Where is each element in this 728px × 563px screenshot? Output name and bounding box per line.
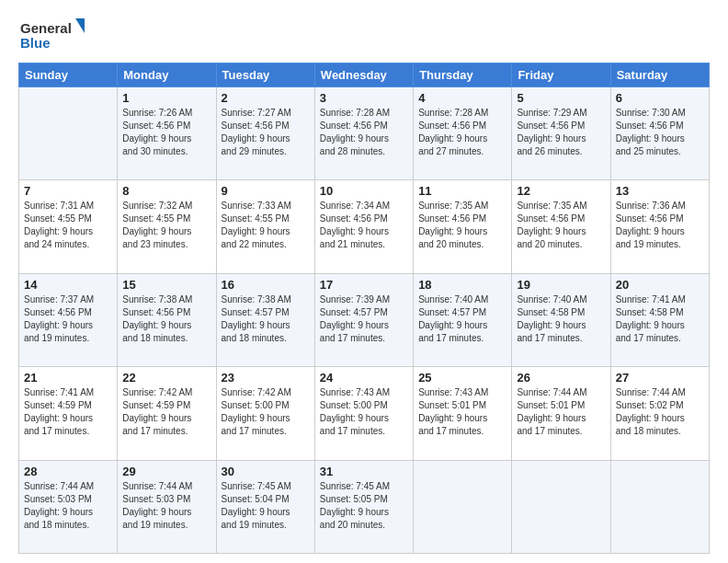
calendar-table: Sunday Monday Tuesday Wednesday Thursday… (18, 63, 710, 554)
day-info: Sunrise: 7:44 AMSunset: 5:01 PMDaylight:… (517, 386, 605, 438)
table-row: 3Sunrise: 7:28 AMSunset: 4:56 PMDaylight… (314, 87, 413, 180)
table-row: 20Sunrise: 7:41 AMSunset: 4:58 PMDayligh… (610, 273, 709, 366)
table-row: 27Sunrise: 7:44 AMSunset: 5:02 PMDayligh… (610, 367, 709, 460)
day-info: Sunrise: 7:30 AMSunset: 4:56 PMDaylight:… (616, 107, 704, 158)
col-tuesday: Tuesday (216, 63, 314, 87)
table-row: 14Sunrise: 7:37 AMSunset: 4:56 PMDayligh… (19, 273, 118, 366)
day-info: Sunrise: 7:28 AMSunset: 4:56 PMDaylight:… (418, 107, 506, 158)
day-number: 8 (122, 184, 210, 198)
day-number: 28 (24, 465, 112, 478)
calendar-header-row: Sunday Monday Tuesday Wednesday Thursday… (19, 63, 710, 87)
table-row: 11Sunrise: 7:35 AMSunset: 4:56 PMDayligh… (414, 180, 512, 273)
day-info: Sunrise: 7:38 AMSunset: 4:56 PMDaylight:… (122, 293, 210, 345)
day-info: Sunrise: 7:43 AMSunset: 5:00 PMDaylight:… (320, 386, 408, 438)
day-number: 13 (616, 184, 704, 198)
table-row: 21Sunrise: 7:41 AMSunset: 4:59 PMDayligh… (19, 367, 118, 460)
day-number: 4 (418, 91, 506, 105)
day-info: Sunrise: 7:31 AMSunset: 4:55 PMDaylight:… (24, 200, 112, 251)
table-row: 29Sunrise: 7:44 AMSunset: 5:03 PMDayligh… (118, 460, 216, 553)
day-number: 30 (222, 465, 310, 478)
day-number: 19 (517, 278, 605, 292)
table-row: 13Sunrise: 7:36 AMSunset: 4:56 PMDayligh… (610, 180, 709, 273)
table-row: 16Sunrise: 7:38 AMSunset: 4:57 PMDayligh… (216, 273, 314, 366)
day-number: 24 (320, 371, 408, 385)
table-row: 9Sunrise: 7:33 AMSunset: 4:55 PMDaylight… (216, 180, 314, 273)
day-info: Sunrise: 7:45 AMSunset: 5:05 PMDaylight:… (320, 480, 408, 532)
calendar-week-row: 28Sunrise: 7:44 AMSunset: 5:03 PMDayligh… (19, 460, 710, 553)
table-row: 22Sunrise: 7:42 AMSunset: 4:59 PMDayligh… (118, 367, 216, 460)
day-number: 22 (122, 371, 210, 385)
header: GeneralBlue (18, 17, 710, 53)
table-row: 7Sunrise: 7:31 AMSunset: 4:55 PMDaylight… (19, 180, 118, 273)
day-number: 7 (24, 184, 112, 198)
table-row (610, 460, 709, 553)
table-row: 18Sunrise: 7:40 AMSunset: 4:57 PMDayligh… (414, 273, 512, 366)
day-number: 5 (517, 91, 605, 105)
page: GeneralBlue Sunday Monday Tuesday Wednes… (0, 0, 728, 563)
day-info: Sunrise: 7:28 AMSunset: 4:56 PMDaylight:… (320, 107, 408, 158)
day-info: Sunrise: 7:44 AMSunset: 5:03 PMDaylight:… (122, 480, 210, 532)
table-row (512, 460, 610, 553)
day-number: 27 (616, 371, 704, 385)
col-thursday: Thursday (414, 63, 512, 87)
table-row: 24Sunrise: 7:43 AMSunset: 5:00 PMDayligh… (314, 367, 413, 460)
day-number: 29 (122, 465, 210, 478)
table-row: 10Sunrise: 7:34 AMSunset: 4:56 PMDayligh… (314, 180, 413, 273)
table-row: 2Sunrise: 7:27 AMSunset: 4:56 PMDaylight… (216, 87, 314, 180)
table-row: 25Sunrise: 7:43 AMSunset: 5:01 PMDayligh… (414, 367, 512, 460)
table-row: 31Sunrise: 7:45 AMSunset: 5:05 PMDayligh… (314, 460, 413, 553)
day-info: Sunrise: 7:32 AMSunset: 4:55 PMDaylight:… (122, 200, 210, 251)
day-number: 20 (616, 278, 704, 292)
day-info: Sunrise: 7:40 AMSunset: 4:57 PMDaylight:… (418, 293, 506, 345)
day-number: 14 (24, 278, 112, 292)
col-friday: Friday (512, 63, 610, 87)
table-row: 4Sunrise: 7:28 AMSunset: 4:56 PMDaylight… (414, 87, 512, 180)
day-info: Sunrise: 7:29 AMSunset: 4:56 PMDaylight:… (517, 107, 605, 158)
table-row: 8Sunrise: 7:32 AMSunset: 4:55 PMDaylight… (118, 180, 216, 273)
day-number: 18 (418, 278, 506, 292)
table-row (19, 87, 118, 180)
day-number: 11 (418, 184, 506, 198)
day-info: Sunrise: 7:39 AMSunset: 4:57 PMDaylight:… (320, 293, 408, 345)
table-row: 12Sunrise: 7:35 AMSunset: 4:56 PMDayligh… (512, 180, 610, 273)
day-info: Sunrise: 7:38 AMSunset: 4:57 PMDaylight:… (222, 293, 310, 345)
day-info: Sunrise: 7:43 AMSunset: 5:01 PMDaylight:… (418, 386, 506, 438)
day-info: Sunrise: 7:33 AMSunset: 4:55 PMDaylight:… (222, 200, 310, 251)
day-info: Sunrise: 7:26 AMSunset: 4:56 PMDaylight:… (122, 107, 210, 158)
col-monday: Monday (118, 63, 216, 87)
day-info: Sunrise: 7:34 AMSunset: 4:56 PMDaylight:… (320, 200, 408, 251)
day-number: 23 (222, 371, 310, 385)
calendar-week-row: 14Sunrise: 7:37 AMSunset: 4:56 PMDayligh… (19, 273, 710, 366)
table-row: 6Sunrise: 7:30 AMSunset: 4:56 PMDaylight… (610, 87, 709, 180)
logo-svg: GeneralBlue (18, 17, 92, 53)
day-number: 12 (517, 184, 605, 198)
day-number: 21 (24, 371, 112, 385)
day-number: 3 (320, 91, 408, 105)
day-info: Sunrise: 7:40 AMSunset: 4:58 PMDaylight:… (517, 293, 605, 345)
calendar-week-row: 7Sunrise: 7:31 AMSunset: 4:55 PMDaylight… (19, 180, 710, 273)
day-number: 26 (517, 371, 605, 385)
table-row: 5Sunrise: 7:29 AMSunset: 4:56 PMDaylight… (512, 87, 610, 180)
day-info: Sunrise: 7:42 AMSunset: 4:59 PMDaylight:… (122, 386, 210, 438)
day-info: Sunrise: 7:45 AMSunset: 5:04 PMDaylight:… (222, 480, 310, 532)
day-info: Sunrise: 7:35 AMSunset: 4:56 PMDaylight:… (418, 200, 506, 251)
table-row: 19Sunrise: 7:40 AMSunset: 4:58 PMDayligh… (512, 273, 610, 366)
table-row: 28Sunrise: 7:44 AMSunset: 5:03 PMDayligh… (19, 460, 118, 553)
day-info: Sunrise: 7:41 AMSunset: 4:59 PMDaylight:… (24, 386, 112, 438)
table-row (414, 460, 512, 553)
day-number: 15 (122, 278, 210, 292)
day-number: 31 (320, 465, 408, 478)
svg-text:Blue: Blue (20, 35, 51, 51)
table-row: 30Sunrise: 7:45 AMSunset: 5:04 PMDayligh… (216, 460, 314, 553)
day-info: Sunrise: 7:41 AMSunset: 4:58 PMDaylight:… (616, 293, 704, 345)
day-number: 16 (222, 278, 310, 292)
table-row: 1Sunrise: 7:26 AMSunset: 4:56 PMDaylight… (118, 87, 216, 180)
day-info: Sunrise: 7:35 AMSunset: 4:56 PMDaylight:… (517, 200, 605, 251)
logo: GeneralBlue (18, 17, 92, 53)
day-number: 10 (320, 184, 408, 198)
col-saturday: Saturday (610, 63, 709, 87)
table-row: 17Sunrise: 7:39 AMSunset: 4:57 PMDayligh… (314, 273, 413, 366)
day-info: Sunrise: 7:44 AMSunset: 5:03 PMDaylight:… (24, 480, 112, 532)
table-row: 15Sunrise: 7:38 AMSunset: 4:56 PMDayligh… (118, 273, 216, 366)
svg-marker-1 (75, 18, 85, 33)
